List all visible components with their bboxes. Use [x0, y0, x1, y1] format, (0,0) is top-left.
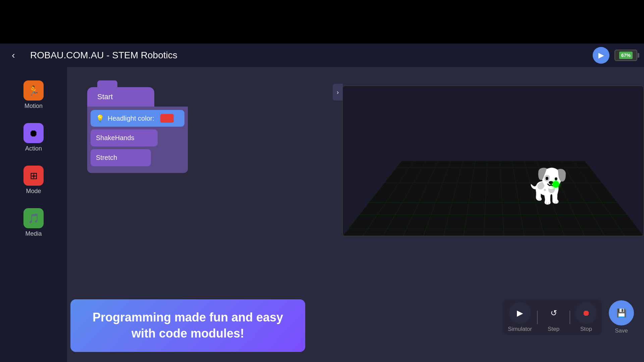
action-label: Action	[25, 145, 42, 152]
step-button[interactable]: ↺	[543, 302, 565, 324]
cast-button[interactable]: ▶	[593, 47, 609, 64]
sidebar-item-motion[interactable]: 🏃 Motion	[7, 77, 60, 113]
robot-figure: 🐕	[526, 166, 568, 206]
controls-panel: ▶ Simulator ↺ Step ⏺ Stop 💾 Save	[503, 299, 634, 335]
start-label: Start	[97, 93, 113, 101]
top-bar	[0, 0, 644, 44]
control-group-main: ▶ Simulator ↺ Step ⏺ Stop	[503, 299, 602, 335]
battery-indicator: 67%	[614, 50, 637, 61]
step-control: ↺ Step	[543, 302, 565, 333]
shake-hands-label: ShakeHands	[96, 134, 135, 141]
battery-text: 67%	[621, 53, 631, 58]
promo-text: Programming made fun and easy with code …	[84, 309, 292, 342]
save-control: 💾 Save	[609, 300, 634, 334]
simulator-label: Simulator	[508, 326, 532, 333]
save-label: Save	[615, 327, 628, 334]
stretch-block[interactable]: Stretch	[91, 149, 151, 166]
promo-line2: with code modules!	[131, 326, 244, 340]
sidebar-item-media[interactable]: 🎵 Media	[7, 205, 60, 241]
play-button[interactable]: ▶	[509, 302, 531, 324]
stop-button[interactable]: ⏺	[575, 302, 597, 324]
media-label: Media	[25, 230, 42, 237]
mode-icon: ⊞	[23, 166, 44, 186]
sidebar-item-mode[interactable]: ⊞ Mode	[7, 162, 60, 198]
promo-banner: Programming made fun and easy with code …	[70, 299, 305, 352]
media-icon: 🎵	[23, 208, 44, 228]
collapse-toggle[interactable]: ›	[333, 84, 343, 101]
start-block[interactable]: Start	[87, 87, 154, 107]
motion-icon: 🏃	[23, 80, 44, 101]
viewport-panel: 🐕	[342, 85, 644, 236]
back-button[interactable]: ‹	[7, 49, 20, 62]
right-panel: 🐕 ▶ Simulator ↺ Step ⏺ Stop 💾 Save	[332, 67, 644, 362]
promo-line1: Programming made fun and easy	[93, 310, 283, 324]
mode-label: Mode	[26, 188, 41, 195]
code-area: Start 💡 Headlight color: ShakeHands Stre…	[67, 67, 335, 302]
simulator-control: ▶ Simulator	[508, 302, 532, 333]
viewport-grid: 🐕	[343, 86, 643, 236]
app-title: ROBAU.COM.AU - STEM Robotics	[30, 50, 177, 61]
stop-control: ⏺ Stop	[575, 302, 597, 333]
blocks-container: 💡 Headlight color: ShakeHands Stretch	[87, 107, 188, 173]
sidebar-item-action[interactable]: ⏺ Action	[7, 120, 60, 156]
save-button[interactable]: 💾	[609, 300, 634, 325]
shake-hands-block[interactable]: ShakeHands	[91, 129, 158, 146]
color-swatch[interactable]	[160, 114, 174, 123]
header-right: ▶ 67%	[593, 47, 637, 64]
headlight-label: Headlight color:	[108, 115, 154, 122]
headlight-block[interactable]: 💡 Headlight color:	[91, 110, 184, 127]
step-label: Step	[548, 326, 559, 333]
divider-2	[570, 311, 570, 324]
motion-label: Motion	[24, 103, 43, 110]
stretch-label: Stretch	[96, 154, 117, 161]
bulb-icon: 💡	[96, 114, 104, 122]
divider-1	[537, 311, 538, 324]
stop-label: Stop	[580, 326, 592, 333]
sidebar: 🏃 Motion ⏺ Action ⊞ Mode 🎵 Media	[0, 67, 67, 362]
action-icon: ⏺	[23, 123, 44, 143]
header-bar: ‹ ROBAU.COM.AU - STEM Robotics ▶ 67%	[0, 44, 644, 67]
grid-background	[343, 161, 643, 236]
